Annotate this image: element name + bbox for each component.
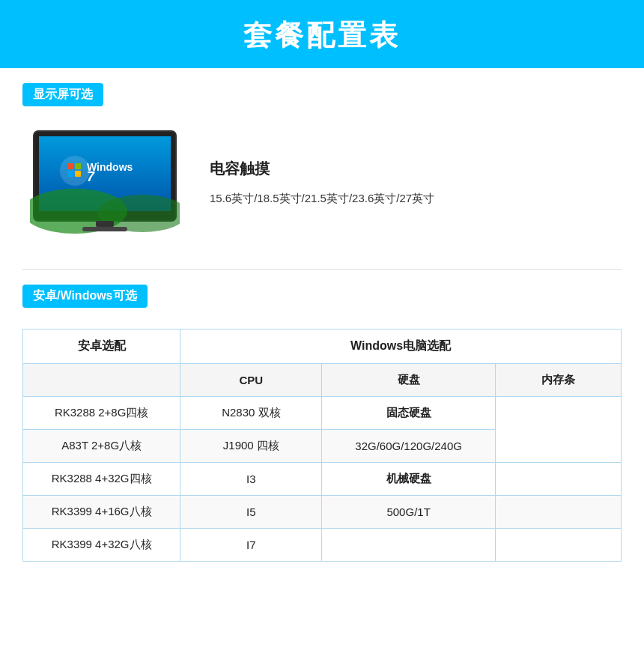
svg-rect-7	[75, 163, 81, 169]
hdd-cell: 固态硬盘	[322, 397, 495, 430]
table-body: RK3288 2+8G四核N2830 双核固态硬盘A83T 2+8G八核J190…	[23, 397, 622, 562]
hdd-cell: 32G/60G/120G/240G	[322, 430, 495, 463]
cpu-cell: I3	[180, 463, 322, 496]
ram-cell	[495, 529, 621, 562]
page-title: 套餐配置表	[0, 16, 644, 55]
table-row: RK3288 2+8G四核N2830 双核固态硬盘	[23, 397, 622, 430]
cpu-cell: J1900 四核	[180, 430, 322, 463]
android-section: 安卓/Windows可选 安卓选配 Windows电脑选配 CPU 硬盘 内存条…	[0, 270, 644, 584]
android-cell: A83T 2+8G八核	[23, 430, 180, 463]
cpu-cell: I5	[180, 496, 322, 529]
hdd-cell	[322, 529, 495, 562]
cpu-cell: N2830 双核	[180, 397, 322, 430]
ram-cell	[495, 397, 621, 463]
table-row: RK3399 4+16G八核I5500G/1T	[23, 496, 622, 529]
table-sub-header: CPU 硬盘 内存条	[23, 364, 622, 397]
monitor-image: Windows 7	[30, 127, 180, 239]
android-cell: RK3288 4+32G四核	[23, 463, 180, 496]
ram-cell	[495, 496, 621, 529]
android-badge: 安卓/Windows可选	[22, 285, 148, 308]
hdd-cell: 机械硬盘	[322, 463, 495, 496]
sub-hdd: 硬盘	[322, 364, 495, 397]
svg-text:7: 7	[87, 169, 95, 184]
col-windows-header: Windows电脑选配	[180, 330, 622, 364]
svg-rect-6	[67, 163, 73, 169]
ram-cell	[495, 463, 621, 496]
svg-rect-8	[67, 171, 73, 177]
android-cell: RK3399 4+16G八核	[23, 496, 180, 529]
display-section: 显示屏可选	[0, 68, 644, 269]
product-name: 电容触摸	[210, 159, 614, 179]
svg-rect-12	[96, 221, 114, 227]
display-content: Windows 7 电容触摸 15.6英寸/18.5英寸/21.5英寸/23.6…	[22, 120, 622, 254]
table-row: RK3399 4+32G八核I7	[23, 529, 622, 562]
display-info: 电容触摸 15.6英寸/18.5英寸/21.5英寸/23.6英寸/27英寸	[210, 159, 614, 208]
product-sizes: 15.6英寸/18.5英寸/21.5英寸/23.6英寸/27英寸	[210, 188, 614, 208]
config-table: 安卓选配 Windows电脑选配 CPU 硬盘 内存条 RK3288 2+8G四…	[22, 329, 622, 562]
sub-cpu: CPU	[180, 364, 322, 397]
svg-rect-9	[75, 171, 81, 177]
cpu-cell: I7	[180, 529, 322, 562]
page-header: 套餐配置表	[0, 0, 644, 68]
table-main-header: 安卓选配 Windows电脑选配	[23, 330, 622, 364]
svg-rect-13	[82, 227, 127, 231]
sub-ram: 内存条	[495, 364, 621, 397]
col-android-header: 安卓选配	[23, 330, 180, 364]
android-cell: RK3288 2+8G四核	[23, 397, 180, 430]
hdd-cell: 500G/1T	[322, 496, 495, 529]
android-cell: RK3399 4+32G八核	[23, 529, 180, 562]
display-badge: 显示屏可选	[22, 83, 103, 106]
svg-point-5	[60, 156, 90, 186]
table-row: RK3288 4+32G四核I3机械硬盘	[23, 463, 622, 496]
sub-android	[23, 364, 180, 397]
